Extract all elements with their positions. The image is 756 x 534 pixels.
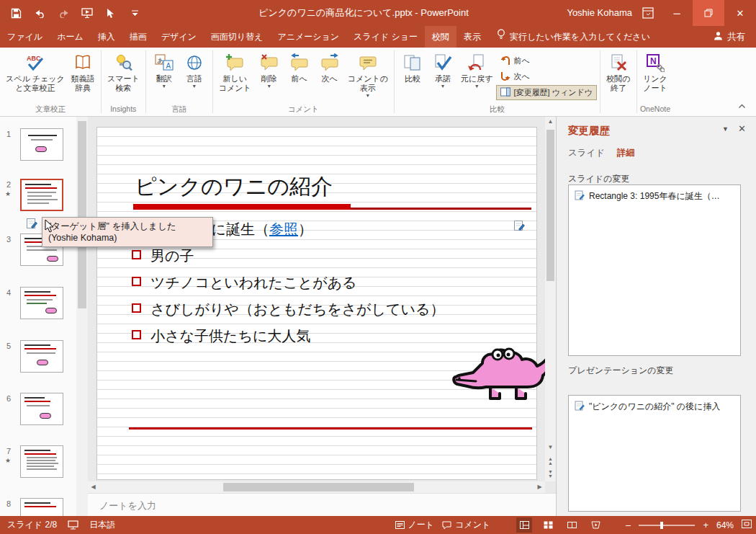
minimize-button[interactable]: ─ bbox=[661, 0, 693, 26]
bullet-item-2[interactable]: 男の子 bbox=[132, 246, 444, 273]
zoom-out-button[interactable]: − bbox=[625, 520, 631, 531]
end-review-button[interactable]: 校閲の 終了 bbox=[603, 50, 634, 93]
next-change-button[interactable]: 次へ bbox=[496, 69, 597, 84]
spell-check-button[interactable]: ABC スペル チェック と文章校正 bbox=[3, 50, 68, 93]
zoom-in-button[interactable]: + bbox=[703, 520, 708, 530]
pane-close-icon[interactable]: ✕ bbox=[738, 123, 746, 134]
slideshow-view-button[interactable] bbox=[588, 517, 603, 533]
presentation-change-item[interactable]: "ピンクのワニの紹介" の後に挿入 bbox=[569, 396, 740, 418]
slide-title-text[interactable]: ピンクのワニの紹介 bbox=[135, 172, 333, 202]
notes-icon bbox=[395, 521, 405, 529]
previous-slide-button[interactable]: ▲▲ bbox=[545, 457, 556, 466]
slide-counter[interactable]: スライド 2/8 bbox=[7, 519, 57, 531]
tab-file[interactable]: ファイル bbox=[0, 26, 50, 48]
scroll-down-icon[interactable]: ▼ bbox=[545, 442, 556, 453]
compare-button[interactable]: 比較 bbox=[397, 50, 428, 84]
new-comment-button[interactable]: 新しい コメント bbox=[216, 50, 254, 93]
slide-editing-area[interactable]: ピンクのワニの紹介 1995年春に誕生（参照） 男の子 bbox=[96, 127, 537, 480]
svg-text:N: N bbox=[650, 56, 657, 66]
thesaurus-button[interactable]: 類義語 辞典 bbox=[68, 50, 98, 93]
zoom-slider-thumb[interactable] bbox=[660, 522, 663, 529]
dropdown-arrow: ▾ bbox=[193, 84, 196, 89]
share-button[interactable]: 共有 bbox=[703, 26, 756, 48]
scroll-right-icon[interactable]: ▶ bbox=[534, 481, 545, 493]
slide-thumbnail-4[interactable]: 4 bbox=[0, 287, 76, 329]
tab-animations[interactable]: アニメーション bbox=[270, 26, 346, 48]
thumbnail-scrollbar-thumb[interactable] bbox=[78, 121, 86, 308]
notes-pane[interactable]: ノートを入力 bbox=[88, 493, 556, 516]
tab-insert[interactable]: 挿入 bbox=[91, 26, 122, 48]
tab-design[interactable]: デザイン bbox=[154, 26, 204, 48]
reference-link[interactable]: 参照 bbox=[269, 221, 298, 237]
scroll-up-icon[interactable]: ▲ bbox=[545, 117, 556, 127]
tab-home[interactable]: ホーム bbox=[50, 26, 91, 48]
horizontal-scrollbar[interactable]: ◀ ▶ bbox=[88, 481, 545, 493]
signed-in-user[interactable]: Yoshie Kohama bbox=[567, 0, 632, 26]
slide-thumbnail-6[interactable]: 6 bbox=[0, 393, 76, 435]
ribbon-display-options-icon[interactable] bbox=[641, 6, 655, 20]
person-icon bbox=[714, 31, 723, 43]
pane-options-arrow-icon[interactable]: ▼ bbox=[722, 125, 729, 133]
horizontal-scrollbar-thumb[interactable] bbox=[223, 483, 414, 491]
revisions-tab-slides[interactable]: スライド bbox=[568, 147, 605, 159]
tab-draw[interactable]: 描画 bbox=[122, 26, 154, 48]
redo-icon[interactable] bbox=[56, 6, 71, 20]
zoom-slider[interactable] bbox=[639, 525, 695, 526]
slide-thumbnail-5[interactable]: 5 bbox=[0, 340, 76, 382]
revert-icon bbox=[467, 51, 487, 74]
accept-button[interactable]: 承諾 ▾ bbox=[428, 50, 458, 89]
slide-sorter-view-button[interactable] bbox=[540, 517, 556, 533]
dropdown-arrow: ▾ bbox=[475, 84, 478, 89]
tab-transitions[interactable]: 画面切り替え bbox=[204, 26, 271, 48]
reviewing-pane-toggle[interactable]: [変更履歴] ウィンドウ bbox=[496, 85, 597, 100]
start-slideshow-icon[interactable] bbox=[80, 6, 94, 20]
bullet-item-3[interactable]: ツチノコといわれたことがある bbox=[132, 273, 444, 300]
title-underline-thick[interactable] bbox=[133, 204, 351, 210]
slide-thumbnail-2-selected[interactable]: 2 ★ bbox=[0, 179, 76, 221]
customize-qat-icon[interactable] bbox=[127, 6, 142, 20]
revision-marker-icon[interactable] bbox=[26, 218, 37, 232]
delete-comment-button[interactable]: 削除 ▾ bbox=[254, 50, 284, 89]
tab-view[interactable]: 表示 bbox=[456, 26, 488, 48]
revert-button[interactable]: 元に戻す ▾ bbox=[458, 50, 496, 89]
close-button[interactable]: ✕ bbox=[724, 0, 756, 26]
display-settings-icon[interactable] bbox=[68, 520, 78, 530]
show-comments-button[interactable]: コメントの 表示 ▾ bbox=[345, 50, 391, 98]
pink-crocodile-drawing[interactable] bbox=[451, 345, 552, 414]
smart-lookup-button[interactable]: スマート 検索 bbox=[104, 50, 143, 93]
slide-thumbnail-7[interactable]: 7 ★ bbox=[0, 445, 76, 487]
vertical-scrollbar[interactable]: ▲ ▼ ▲▲ ▼▼ bbox=[545, 117, 556, 481]
bullet-item-4[interactable]: さびしがりや（おともだちをさがしている） bbox=[132, 300, 444, 326]
thumbnail-scrollbar[interactable] bbox=[76, 117, 88, 516]
tell-me-box[interactable]: 実行したい作業を入力してください bbox=[488, 26, 659, 48]
slide-thumbnail-1[interactable]: 1 bbox=[0, 128, 76, 170]
zoom-percentage[interactable]: 64% bbox=[716, 520, 734, 530]
notes-toggle[interactable]: ノート bbox=[395, 519, 435, 531]
next-comment-button[interactable]: 次へ bbox=[315, 50, 345, 84]
undo-icon[interactable] bbox=[32, 6, 47, 20]
comments-toggle[interactable]: コメント bbox=[442, 519, 490, 531]
scroll-left-icon[interactable]: ◀ bbox=[88, 481, 99, 493]
previous-change-button[interactable]: 前へ bbox=[496, 53, 597, 68]
language-button[interactable]: 言語 ▾ bbox=[179, 50, 210, 89]
tab-review[interactable]: 校閲 bbox=[425, 26, 456, 48]
revisions-tab-details[interactable]: 詳細 bbox=[617, 147, 635, 159]
reading-view-button[interactable] bbox=[564, 517, 580, 533]
slide-change-item[interactable]: Rectangle 3: 1995年春に誕生（… bbox=[569, 185, 740, 208]
normal-view-button[interactable] bbox=[516, 517, 532, 533]
fit-slide-to-window-icon[interactable] bbox=[742, 520, 752, 530]
touch-mode-icon[interactable] bbox=[104, 6, 118, 20]
language-status[interactable]: 日本語 bbox=[89, 519, 115, 531]
collapse-ribbon-icon[interactable] bbox=[738, 99, 746, 112]
tab-slideshow[interactable]: スライド ショー bbox=[346, 26, 425, 48]
next-slide-button[interactable]: ▼▼ bbox=[545, 470, 556, 479]
linked-notes-button[interactable]: N リンク ノート bbox=[640, 50, 670, 93]
bottom-red-line[interactable] bbox=[129, 427, 532, 430]
vertical-scrollbar-thumb[interactable] bbox=[546, 130, 554, 281]
previous-comment-button[interactable]: 前へ bbox=[284, 50, 315, 84]
restore-button[interactable] bbox=[693, 0, 724, 26]
revision-marker-icon[interactable] bbox=[513, 220, 525, 234]
translate-button[interactable]: あA 翻訳 ▾ bbox=[149, 50, 179, 89]
save-icon[interactable] bbox=[9, 6, 23, 20]
bullet-item-5[interactable]: 小さな子供たちに大人気 bbox=[132, 326, 444, 353]
